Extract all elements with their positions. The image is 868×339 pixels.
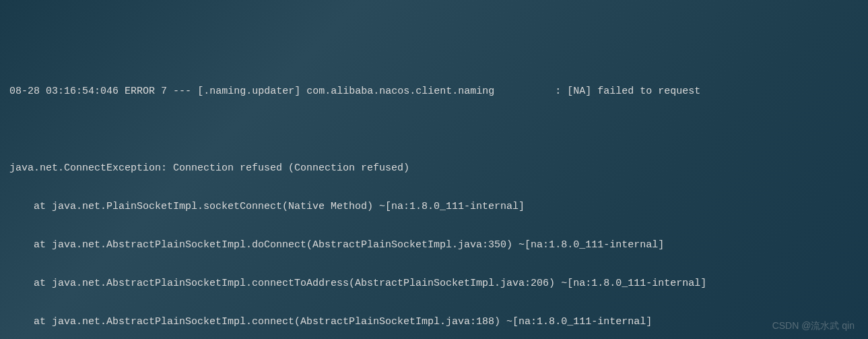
log-level: ERROR <box>125 86 155 97</box>
log-pid: 7 <box>161 86 167 97</box>
stack-frame: at java.net.PlainSocketImpl.socketConnec… <box>9 197 859 217</box>
stack-frame: at java.net.AbstractPlainSocketImpl.conn… <box>9 313 859 332</box>
log-thread: [.naming.updater] <box>197 86 300 97</box>
log-colon: : <box>555 86 561 97</box>
log-header-line: 08-28 03:16:54:046 ERROR 7 --- [.naming.… <box>9 82 859 102</box>
stack-frame: at java.net.AbstractPlainSocketImpl.doCo… <box>9 236 859 255</box>
log-logger: com.alibaba.nacos.client.naming <box>306 86 494 97</box>
stack-frame: at java.net.AbstractPlainSocketImpl.conn… <box>9 274 859 294</box>
log-message: [NA] failed to request <box>567 86 700 97</box>
exception-line: java.net.ConnectException: Connection re… <box>9 159 859 179</box>
log-timestamp: 08-28 03:16:54:046 <box>9 86 119 97</box>
watermark-text: CSDN @流水武 qin <box>772 317 855 335</box>
log-separator: --- <box>173 86 191 97</box>
blank-line <box>9 121 859 140</box>
